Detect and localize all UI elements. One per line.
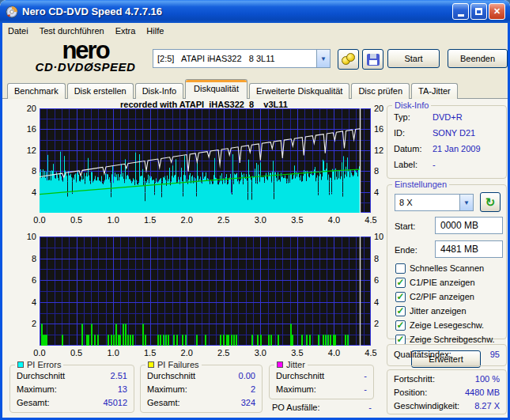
checkbox-write-speed[interactable]: ✓Zeige Schreibgeschw. — [395, 334, 495, 345]
checkbox-read-speed[interactable]: ✓Zeige Lesegeschw. — [395, 320, 484, 331]
window-frame-left — [0, 23, 2, 420]
pif-avg-label: Durchschnitt — [147, 371, 195, 380]
disc-quality-page: recorded with ATAPI iHAS322 8 v3L11 4488… — [2, 99, 508, 418]
axis-tick-label: 6 — [18, 275, 36, 285]
title-bar[interactable]: Nero CD-DVD Speed 4.7.7.16 ✕ — [0, 0, 510, 23]
axis-tick-label: 2.5 — [212, 348, 236, 358]
minimize-button[interactable] — [452, 3, 469, 20]
checkbox-fast-scan[interactable]: Schnelles Scannen — [395, 263, 484, 274]
jitter-avg-value: - — [364, 371, 367, 380]
pie-legend-swatch — [17, 361, 24, 368]
checkbox-c1-pie[interactable]: ✓C1/PIE anzeigen — [395, 277, 475, 288]
pif-max-label: Maximum: — [147, 384, 187, 394]
drive-select-dropdown-button[interactable]: ▼ — [316, 50, 330, 67]
disk-id-label: ID: — [394, 128, 405, 138]
disk-id-value: SONY D21 — [433, 128, 500, 138]
pi-failures-caption: PI Failures — [145, 360, 202, 369]
tab-ta-jitter[interactable]: TA-Jitter — [411, 83, 458, 99]
disk-type-value: DVD+R — [433, 112, 500, 122]
menu-extra[interactable]: Extra — [110, 25, 142, 37]
maximize-button[interactable] — [470, 3, 487, 20]
checkbox-icon: ✓ — [395, 278, 406, 288]
axis-tick-label: 3.5 — [285, 348, 309, 358]
jitter-caption: Jitter — [274, 360, 308, 369]
tab-disc-pruefen[interactable]: Disc prüfen — [351, 83, 410, 99]
refresh-button[interactable]: ↻ — [480, 192, 501, 212]
pie-total-value: 45012 — [103, 398, 127, 407]
disk-date-label: Datum: — [394, 144, 421, 153]
axis-tick-label: 0.0 — [28, 348, 51, 358]
discs-icon — [342, 53, 356, 66]
drive-select[interactable]: [2:5] ATAPI iHAS322 8 3L11 ▼ — [153, 49, 331, 68]
progress-panel: Fortschritt:100 % Position:4480 MB Gesch… — [387, 369, 507, 414]
checkbox-jitter[interactable]: ✓Jitter anzeigen — [395, 305, 467, 316]
quality-index-panel: Qualitätsindex:95 — [387, 344, 507, 366]
axis-tick-label: 4.5 — [359, 215, 383, 225]
tab-diskqualitaet[interactable]: Diskqualität — [185, 79, 247, 99]
close-button[interactable]: ✕ — [489, 3, 505, 20]
menu-hilfe[interactable]: Hilfe — [141, 25, 169, 37]
checkbox-icon: ✓ — [395, 335, 406, 345]
axis-tick-label: 1.5 — [138, 348, 162, 358]
axis-tick-label: 3.5 — [285, 215, 309, 225]
pif-max-value: 2 — [251, 384, 255, 394]
quality-index-value: 95 — [490, 350, 500, 359]
axis-tick-label: 8 — [18, 254, 36, 263]
quit-button[interactable]: Beenden — [448, 49, 508, 68]
end-field[interactable]: 4481 MB — [435, 240, 503, 258]
pie-errors-chart — [40, 108, 371, 213]
nero-disc-icon: Ø — [84, 60, 93, 74]
end-label: Ende: — [395, 245, 417, 255]
chevron-down-icon: ▼ — [463, 199, 470, 206]
checkbox-icon: ✓ — [395, 320, 406, 331]
jitter-max-value: - — [364, 384, 367, 394]
pie-avg-value: 2.51 — [111, 371, 127, 380]
speed-select-value: 8 X — [395, 198, 459, 207]
nero-logo-subtitle: CD·DVDØSPEED — [20, 61, 151, 74]
checkbox-icon — [395, 263, 406, 274]
axis-tick-label: 0.5 — [65, 348, 89, 358]
axis-tick-label: 10 — [18, 232, 36, 241]
axis-tick-label: 4 — [18, 187, 36, 197]
po-failures-row: PO Ausfälle: - — [272, 403, 372, 412]
start-field[interactable]: 0000 MB — [435, 217, 503, 234]
axis-tick-label: 20 — [18, 104, 36, 113]
jitter-avg-label: Durchschnitt — [276, 371, 324, 380]
drive-select-value: [2:5] ATAPI iHAS322 8 3L11 — [153, 54, 316, 63]
menu-datei[interactable]: Datei — [2, 25, 34, 37]
pif-avg-value: 0.00 — [239, 371, 255, 380]
tab-erweiterte-diskqualitaet[interactable]: Erweiterte Diskqualität — [249, 83, 349, 99]
menu-test-durchfuehren[interactable]: Test durchführen — [34, 25, 110, 37]
axis-tick-label: 12 — [18, 146, 36, 155]
start-button[interactable]: Start — [387, 49, 440, 68]
speed-select-dropdown-button[interactable]: ▼ — [459, 195, 473, 210]
axis-tick-label: 3.0 — [248, 348, 272, 358]
progress-value: 100 % — [475, 374, 500, 384]
quality-index-label: Qualitätsindex: — [394, 350, 451, 359]
disk-type-label: Typ: — [394, 112, 410, 122]
tab-benchmark[interactable]: Benchmark — [7, 83, 66, 99]
axis-tick-label: 2.0 — [175, 215, 198, 225]
tab-disk-info[interactable]: Disk-Info — [135, 83, 183, 99]
axis-tick-label: 2.0 — [175, 348, 198, 358]
app-window: Nero CD-DVD Speed 4.7.7.16 ✕ Datei Test … — [0, 0, 510, 420]
tab-disk-erstellen[interactable]: Disk erstellen — [67, 83, 134, 99]
axis-tick-label: 0.5 — [65, 215, 89, 225]
axis-tick-label: 8 — [18, 166, 36, 176]
close-icon: ✕ — [493, 6, 501, 17]
pie-max-value: 13 — [118, 384, 127, 394]
eject-disc-button[interactable] — [338, 49, 359, 70]
save-button[interactable] — [362, 49, 383, 70]
disk-label-value: - — [433, 160, 500, 169]
axis-tick-label: 16 — [18, 124, 36, 134]
checkbox-c2-pif[interactable]: ✓C2/PIF anzeigen — [395, 291, 474, 302]
save-icon — [367, 54, 380, 66]
speed-select[interactable]: 8 X ▼ — [395, 194, 474, 211]
tab-strip: Benchmark Disk erstellen Disk-Info Diskq… — [2, 79, 508, 99]
pif-legend-swatch — [148, 361, 154, 368]
settings-caption: Einstellungen — [392, 180, 449, 189]
disk-date-value: 21 Jan 2009 — [433, 144, 500, 153]
jitter-panel: Jitter Durchschnitt- Maximum:- — [269, 365, 374, 399]
axis-tick-label: 4.5 — [359, 348, 383, 358]
axis-tick-label: 4 — [18, 297, 36, 307]
